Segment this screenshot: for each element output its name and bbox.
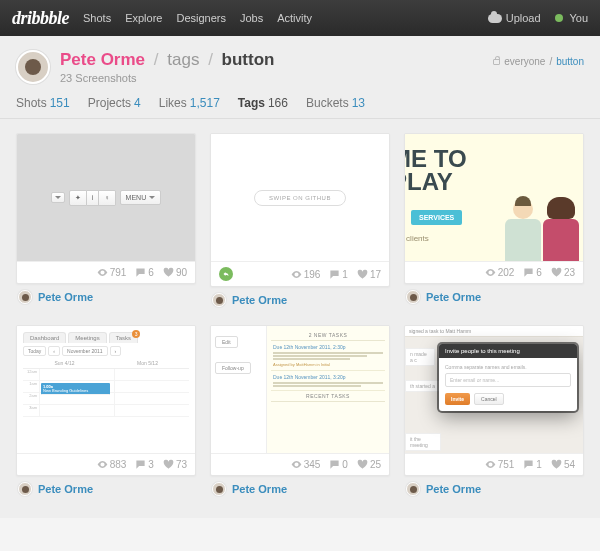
views-count: 202 [498,267,515,278]
shots-grid: ✦i♀ MENU 791 6 90 Pete Orme SW [0,119,600,518]
nav-explore[interactable]: Explore [125,12,162,24]
visibility-filter[interactable]: everyone / button [493,56,584,67]
heart-icon [551,459,562,470]
shot-item: ME TOPLAY SERVICES eir clients 202 6 23 … [404,133,584,311]
shot-stats: 751 1 54 [405,454,583,475]
avatar[interactable] [16,50,50,84]
upload-link[interactable]: Upload [488,12,541,24]
shot-item: signed a task to Matt Hamm n made a c th… [404,325,584,500]
eye-icon [291,459,302,470]
eye-icon [97,267,108,278]
likes-count: 54 [564,459,575,470]
breadcrumb: Pete Orme / tags / button [60,50,274,70]
author-avatar[interactable] [18,482,32,496]
shot-stats: 883 3 73 [17,454,195,475]
crumb-tag: button [222,50,275,69]
tab-shots[interactable]: Shots151 [16,96,70,110]
comment-icon [523,267,534,278]
crumb-user[interactable]: Pete Orme [60,50,145,69]
crumb-section[interactable]: tags [167,50,199,69]
shot-card[interactable]: SWIPE ON GITHUB 196 1 17 [210,133,390,287]
shot-stats: 345 0 25 [211,454,389,475]
nav-activity[interactable]: Activity [277,12,312,24]
profile-tabs: Shots151 Projects4 Likes1,517 Tags166 Bu… [0,90,600,119]
likes-count: 90 [176,267,187,278]
you-label: You [569,12,588,24]
visibility-label: everyone [504,56,545,67]
lock-icon [493,59,500,65]
shot-meta: Pete Orme [16,284,196,308]
you-link[interactable]: You [555,12,588,24]
views-count: 883 [110,459,127,470]
shot-item: ✦i♀ MENU 791 6 90 Pete Orme [16,133,196,311]
nav-designers[interactable]: Designers [176,12,226,24]
author-avatar[interactable] [212,482,226,496]
shot-item: SWIPE ON GITHUB 196 1 17 Pete Orme [210,133,390,311]
shot-stats: 196 1 17 [211,262,389,286]
heart-icon [163,459,174,470]
likes-count: 17 [370,269,381,280]
author-link[interactable]: Pete Orme [38,483,93,495]
author-link[interactable]: Pete Orme [232,294,287,306]
comments-count: 3 [148,459,154,470]
shot-card[interactable]: Dashboard Meetings Tasks Today ‹ Novembe… [16,325,196,476]
likes-count: 25 [370,459,381,470]
comments-count: 1 [342,269,348,280]
logo[interactable]: dribbble [12,8,69,29]
shot-card[interactable]: ✦i♀ MENU 791 6 90 [16,133,196,284]
comments-count: 1 [536,459,542,470]
shot-card[interactable]: signed a task to Matt Hamm n made a c th… [404,325,584,476]
visibility-tag: button [556,56,584,67]
eye-icon [485,459,496,470]
shot-item: Edit Follow-up 2 NEW TASKS Due 12th Nove… [210,325,390,500]
shot-meta: Pete Orme [404,476,584,500]
tab-tags[interactable]: Tags166 [238,96,288,110]
comment-icon [523,459,534,470]
heart-icon [357,459,368,470]
shot-meta: Pete Orme [210,476,390,500]
views-count: 751 [498,459,515,470]
shot-card[interactable]: Edit Follow-up 2 NEW TASKS Due 12th Nove… [210,325,390,476]
nav-shots[interactable]: Shots [83,12,111,24]
author-avatar[interactable] [406,290,420,304]
shot-thumbnail: Dashboard Meetings Tasks Today ‹ Novembe… [17,326,195,454]
tab-buckets[interactable]: Buckets13 [306,96,365,110]
shot-meta: Pete Orme [16,476,196,500]
heart-icon [357,269,368,280]
profile-header: Pete Orme / tags / button 23 Screenshots… [0,36,600,90]
author-avatar[interactable] [18,290,32,304]
shot-stats: 202 6 23 [405,262,583,283]
views-count: 791 [110,267,127,278]
likes-count: 73 [176,459,187,470]
author-link[interactable]: Pete Orme [426,291,481,303]
comment-icon [329,269,340,280]
views-count: 196 [304,269,321,280]
eye-icon [485,267,496,278]
cloud-upload-icon [488,14,502,23]
author-avatar[interactable] [406,482,420,496]
shot-stats: 791 6 90 [17,262,195,283]
rebound-icon [219,267,233,281]
tab-likes[interactable]: Likes1,517 [159,96,220,110]
shot-thumbnail: ✦i♀ MENU [17,134,195,262]
top-nav: Shots Explore Designers Jobs Activity [83,12,488,24]
shot-card[interactable]: ME TOPLAY SERVICES eir clients 202 6 23 [404,133,584,284]
author-link[interactable]: Pete Orme [426,483,481,495]
shot-meta: Pete Orme [210,287,390,311]
tab-projects[interactable]: Projects4 [88,96,141,110]
author-link[interactable]: Pete Orme [38,291,93,303]
eye-icon [97,459,108,470]
author-link[interactable]: Pete Orme [232,483,287,495]
author-avatar[interactable] [212,293,226,307]
likes-count: 23 [564,267,575,278]
shot-thumbnail: Edit Follow-up 2 NEW TASKS Due 12th Nove… [211,326,389,454]
views-count: 345 [304,459,321,470]
eye-icon [291,269,302,280]
comment-icon [135,459,146,470]
shot-thumbnail: ME TOPLAY SERVICES eir clients [405,134,583,262]
nav-jobs[interactable]: Jobs [240,12,263,24]
shot-thumbnail: signed a task to Matt Hamm n made a c th… [405,326,583,454]
heart-icon [551,267,562,278]
presence-dot-icon [555,14,563,22]
shot-item: Dashboard Meetings Tasks Today ‹ Novembe… [16,325,196,500]
